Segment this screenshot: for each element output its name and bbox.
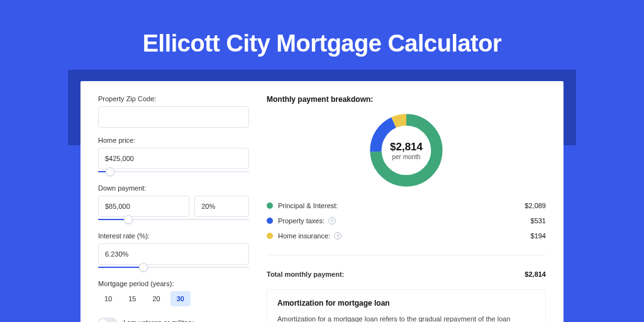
legend-total-value: $2,814 — [525, 270, 546, 278]
legend-total-row: Total monthly payment:$2,814 — [267, 270, 546, 278]
amortization-section: Amortization for mortgage loan Amortizat… — [267, 289, 546, 322]
legend-dot-icon — [267, 218, 273, 224]
amortization-body: Amortization for a mortgage loan refers … — [277, 314, 535, 322]
donut-center-value: $2,814 — [390, 141, 423, 153]
legend-name: Principal & Interest: — [278, 202, 525, 209]
info-icon[interactable]: ? — [328, 217, 336, 225]
calculator-card: Property Zip Code: Home price: Down paym… — [80, 81, 564, 322]
page-title: Ellicott City Mortgage Calculator — [0, 30, 644, 57]
home-price-label: Home price: — [98, 136, 249, 144]
interest-rate-slider[interactable] — [98, 264, 249, 271]
home-price-input[interactable] — [98, 148, 249, 169]
results-panel: Monthly payment breakdown: $2,814 per mo… — [267, 95, 546, 322]
zip-label: Property Zip Code: — [98, 95, 249, 103]
legend-total-name: Total monthly payment: — [267, 270, 525, 278]
period-label: Mortgage period (years): — [98, 280, 249, 287]
legend-value: $194 — [531, 232, 546, 240]
down-payment-percent-input[interactable] — [194, 196, 249, 217]
breakdown-legend: Principal & Interest:$2,089Property taxe… — [267, 202, 546, 278]
period-option-20[interactable]: 20 — [147, 291, 167, 306]
home-price-slider[interactable] — [98, 168, 249, 175]
legend-row: Principal & Interest:$2,089 — [267, 202, 546, 209]
breakdown-title: Monthly payment breakdown: — [267, 95, 546, 104]
veteran-label: I am veteran or military — [123, 319, 194, 322]
legend-name: Property taxes: ? — [278, 217, 531, 225]
veteran-toggle[interactable] — [98, 318, 117, 322]
down-payment-amount-input[interactable] — [98, 196, 189, 217]
period-option-30[interactable]: 30 — [170, 291, 191, 306]
info-icon[interactable]: ? — [334, 232, 341, 240]
legend-row: Home insurance: ?$194 — [267, 232, 546, 240]
interest-rate-label: Interest rate (%): — [98, 232, 249, 240]
inputs-panel: Property Zip Code: Home price: Down paym… — [98, 95, 249, 322]
payment-donut-chart: $2,814 per month — [366, 110, 447, 191]
legend-dot-icon — [267, 203, 273, 209]
down-payment-slider[interactable] — [98, 216, 249, 223]
legend-name: Home insurance: ? — [278, 232, 531, 240]
period-options: 10152030 — [98, 291, 249, 306]
legend-row: Property taxes: ?$531 — [267, 217, 546, 225]
amortization-title: Amortization for mortgage loan — [277, 299, 535, 308]
zip-input[interactable] — [98, 106, 249, 128]
period-option-10[interactable]: 10 — [98, 291, 118, 306]
down-payment-label: Down payment: — [98, 184, 249, 192]
legend-value: $2,089 — [525, 202, 546, 209]
interest-rate-input[interactable] — [98, 243, 249, 265]
legend-value: $531 — [531, 217, 546, 225]
donut-center-sub: per month — [392, 153, 420, 160]
legend-dot-icon — [267, 233, 273, 239]
period-option-15[interactable]: 15 — [122, 291, 142, 306]
